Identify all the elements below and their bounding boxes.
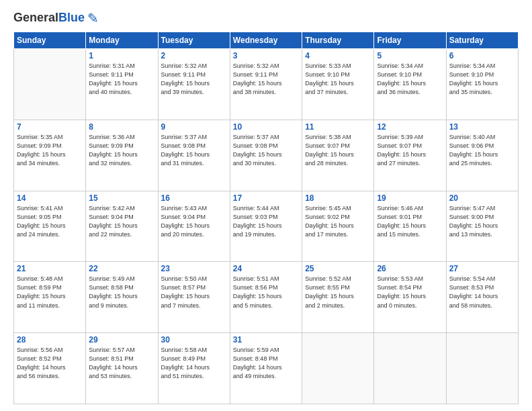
day-number: 22 <box>89 264 154 273</box>
calendar-cell: 9Sunrise: 5:37 AM Sunset: 9:08 PM Daylig… <box>158 120 230 191</box>
logo-blue: Blue <box>58 11 85 24</box>
calendar-cell: 2Sunrise: 5:32 AM Sunset: 9:11 PM Daylig… <box>158 49 230 120</box>
day-info: Sunrise: 5:34 AM Sunset: 9:10 PM Dayligh… <box>377 62 443 97</box>
day-info: Sunrise: 5:50 AM Sunset: 8:57 PM Dayligh… <box>161 275 227 310</box>
day-info: Sunrise: 5:56 AM Sunset: 8:52 PM Dayligh… <box>17 346 83 381</box>
day-info: Sunrise: 5:51 AM Sunset: 8:56 PM Dayligh… <box>233 275 299 310</box>
day-number: 16 <box>161 193 227 203</box>
calendar-cell: 27Sunrise: 5:54 AM Sunset: 8:53 PM Dayli… <box>446 262 518 333</box>
day-info: Sunrise: 5:49 AM Sunset: 8:58 PM Dayligh… <box>89 275 154 310</box>
day-number: 19 <box>377 193 443 203</box>
day-number: 26 <box>377 264 443 273</box>
calendar-cell: 22Sunrise: 5:49 AM Sunset: 8:58 PM Dayli… <box>86 262 158 333</box>
day-number: 5 <box>377 51 443 60</box>
calendar-cell: 18Sunrise: 5:45 AM Sunset: 9:02 PM Dayli… <box>302 191 374 262</box>
day-info: Sunrise: 5:58 AM Sunset: 8:49 PM Dayligh… <box>161 346 227 381</box>
calendar-cell: 14Sunrise: 5:41 AM Sunset: 9:05 PM Dayli… <box>14 191 86 262</box>
day-info: Sunrise: 5:36 AM Sunset: 9:09 PM Dayligh… <box>89 133 154 168</box>
day-number: 4 <box>305 51 371 60</box>
week-row-2: 7Sunrise: 5:35 AM Sunset: 9:09 PM Daylig… <box>14 120 519 191</box>
day-number: 7 <box>17 122 83 132</box>
day-info: Sunrise: 5:40 AM Sunset: 9:06 PM Dayligh… <box>449 133 515 168</box>
calendar-cell: 20Sunrise: 5:47 AM Sunset: 9:00 PM Dayli… <box>446 191 518 262</box>
column-header-thursday: Thursday <box>302 32 374 49</box>
calendar-cell: 29Sunrise: 5:57 AM Sunset: 8:51 PM Dayli… <box>86 333 158 404</box>
day-number: 9 <box>161 122 227 132</box>
day-number: 21 <box>17 264 83 273</box>
day-number: 18 <box>305 193 371 203</box>
day-number: 1 <box>89 51 154 60</box>
day-info: Sunrise: 5:45 AM Sunset: 9:02 PM Dayligh… <box>305 204 371 239</box>
day-info: Sunrise: 5:41 AM Sunset: 9:05 PM Dayligh… <box>17 204 83 239</box>
calendar-cell: 28Sunrise: 5:56 AM Sunset: 8:52 PM Dayli… <box>14 333 86 404</box>
calendar-cell: 21Sunrise: 5:48 AM Sunset: 8:59 PM Dayli… <box>14 262 86 333</box>
column-header-friday: Friday <box>374 32 446 49</box>
day-number: 15 <box>89 193 154 203</box>
day-number: 2 <box>161 51 227 60</box>
calendar-cell: 31Sunrise: 5:59 AM Sunset: 8:48 PM Dayli… <box>230 333 302 404</box>
calendar-cell <box>14 49 86 120</box>
header: GeneralBlue ✎ <box>13 10 519 26</box>
week-row-1: 1Sunrise: 5:31 AM Sunset: 9:11 PM Daylig… <box>14 49 519 120</box>
day-number: 29 <box>89 335 154 345</box>
day-number: 28 <box>17 335 83 345</box>
calendar-cell: 26Sunrise: 5:53 AM Sunset: 8:54 PM Dayli… <box>374 262 446 333</box>
day-number: 13 <box>449 122 515 132</box>
day-info: Sunrise: 5:38 AM Sunset: 9:07 PM Dayligh… <box>305 133 371 168</box>
logo-bird-icon: ✎ <box>87 10 99 26</box>
column-header-monday: Monday <box>86 32 158 49</box>
day-info: Sunrise: 5:44 AM Sunset: 9:03 PM Dayligh… <box>233 204 299 239</box>
day-info: Sunrise: 5:37 AM Sunset: 9:08 PM Dayligh… <box>161 133 227 168</box>
day-number: 31 <box>233 335 299 345</box>
calendar-cell: 17Sunrise: 5:44 AM Sunset: 9:03 PM Dayli… <box>230 191 302 262</box>
day-info: Sunrise: 5:47 AM Sunset: 9:00 PM Dayligh… <box>449 204 515 239</box>
calendar-cell: 3Sunrise: 5:32 AM Sunset: 9:11 PM Daylig… <box>230 49 302 120</box>
calendar-cell: 19Sunrise: 5:46 AM Sunset: 9:01 PM Dayli… <box>374 191 446 262</box>
calendar-cell: 4Sunrise: 5:33 AM Sunset: 9:10 PM Daylig… <box>302 49 374 120</box>
day-number: 6 <box>449 51 515 60</box>
column-header-tuesday: Tuesday <box>158 32 230 49</box>
day-info: Sunrise: 5:33 AM Sunset: 9:10 PM Dayligh… <box>305 62 371 97</box>
day-info: Sunrise: 5:31 AM Sunset: 9:11 PM Dayligh… <box>89 62 154 97</box>
logo: GeneralBlue ✎ <box>13 10 99 26</box>
calendar-cell: 5Sunrise: 5:34 AM Sunset: 9:10 PM Daylig… <box>374 49 446 120</box>
column-header-wednesday: Wednesday <box>230 32 302 49</box>
calendar-cell: 15Sunrise: 5:42 AM Sunset: 9:04 PM Dayli… <box>86 191 158 262</box>
calendar-cell: 6Sunrise: 5:34 AM Sunset: 9:10 PM Daylig… <box>446 49 518 120</box>
day-info: Sunrise: 5:48 AM Sunset: 8:59 PM Dayligh… <box>17 275 83 310</box>
week-row-4: 21Sunrise: 5:48 AM Sunset: 8:59 PM Dayli… <box>14 262 519 333</box>
calendar-cell: 16Sunrise: 5:43 AM Sunset: 9:04 PM Dayli… <box>158 191 230 262</box>
day-number: 23 <box>161 264 227 273</box>
day-number: 8 <box>89 122 154 132</box>
day-info: Sunrise: 5:35 AM Sunset: 9:09 PM Dayligh… <box>17 133 83 168</box>
day-info: Sunrise: 5:52 AM Sunset: 8:55 PM Dayligh… <box>305 275 371 310</box>
day-number: 27 <box>449 264 515 273</box>
day-info: Sunrise: 5:42 AM Sunset: 9:04 PM Dayligh… <box>89 204 154 239</box>
column-header-sunday: Sunday <box>14 32 86 49</box>
calendar-cell: 11Sunrise: 5:38 AM Sunset: 9:07 PM Dayli… <box>302 120 374 191</box>
calendar-cell: 13Sunrise: 5:40 AM Sunset: 9:06 PM Dayli… <box>446 120 518 191</box>
calendar-cell: 7Sunrise: 5:35 AM Sunset: 9:09 PM Daylig… <box>14 120 86 191</box>
day-number: 20 <box>449 193 515 203</box>
week-row-3: 14Sunrise: 5:41 AM Sunset: 9:05 PM Dayli… <box>14 191 519 262</box>
calendar-cell: 23Sunrise: 5:50 AM Sunset: 8:57 PM Dayli… <box>158 262 230 333</box>
day-number: 11 <box>305 122 371 132</box>
day-info: Sunrise: 5:32 AM Sunset: 9:11 PM Dayligh… <box>233 62 299 97</box>
day-info: Sunrise: 5:37 AM Sunset: 9:08 PM Dayligh… <box>233 133 299 168</box>
day-number: 30 <box>161 335 227 345</box>
day-info: Sunrise: 5:53 AM Sunset: 8:54 PM Dayligh… <box>377 275 443 310</box>
calendar-cell: 10Sunrise: 5:37 AM Sunset: 9:08 PM Dayli… <box>230 120 302 191</box>
week-row-5: 28Sunrise: 5:56 AM Sunset: 8:52 PM Dayli… <box>14 333 519 404</box>
day-info: Sunrise: 5:34 AM Sunset: 9:10 PM Dayligh… <box>449 62 515 97</box>
day-info: Sunrise: 5:57 AM Sunset: 8:51 PM Dayligh… <box>89 346 154 381</box>
logo-general: GeneralBlue <box>13 11 85 25</box>
day-number: 3 <box>233 51 299 60</box>
header-row: SundayMondayTuesdayWednesdayThursdayFrid… <box>14 32 519 49</box>
day-info: Sunrise: 5:46 AM Sunset: 9:01 PM Dayligh… <box>377 204 443 239</box>
calendar-cell: 24Sunrise: 5:51 AM Sunset: 8:56 PM Dayli… <box>230 262 302 333</box>
column-header-saturday: Saturday <box>446 32 518 49</box>
day-number: 12 <box>377 122 443 132</box>
calendar-cell: 12Sunrise: 5:39 AM Sunset: 9:07 PM Dayli… <box>374 120 446 191</box>
calendar-cell: 30Sunrise: 5:58 AM Sunset: 8:49 PM Dayli… <box>158 333 230 404</box>
day-info: Sunrise: 5:32 AM Sunset: 9:11 PM Dayligh… <box>161 62 227 97</box>
